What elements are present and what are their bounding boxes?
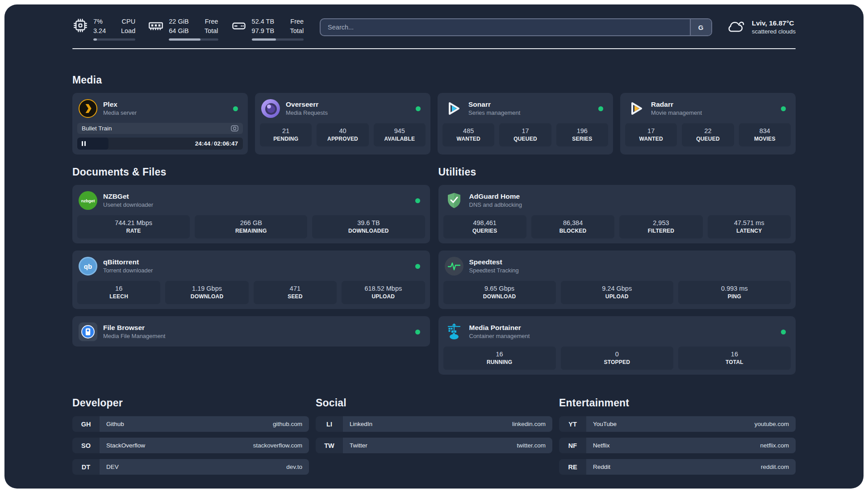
bookmark-name: DEV [106, 464, 119, 470]
service-card-radarr[interactable]: Radarr Movie management 17 WANTED 22 QUE… [620, 93, 796, 155]
section-documents: Documents & Files nzbget NZBGet Usenet d… [72, 166, 430, 375]
service-card-nzbget[interactable]: nzbget NZBGet Usenet downloader 744.21 M… [72, 185, 430, 243]
bookmark-rows: YT YouTube youtube.com NF Netflix netfli… [559, 416, 796, 475]
bookmark-abbr-badge: RE [559, 459, 586, 475]
stat-label: UPLOAD [343, 293, 423, 300]
now-playing-title: Bullet Train [82, 125, 112, 132]
stats-row: 9.65 Gbps DOWNLOAD 9.24 Gbps UPLOAD 0.99… [443, 281, 791, 304]
section-title-documents: Documents & Files [72, 166, 430, 178]
cpu-values: 7%3.24 [93, 17, 106, 36]
card-header: Radarr Movie management [625, 98, 791, 118]
weather-text: Lviv, 16.87°C scattered clouds [752, 19, 796, 35]
online-status-dot [415, 198, 420, 203]
stat-value: 945 [376, 127, 424, 134]
search-input[interactable] [321, 19, 690, 35]
online-status-dot [416, 106, 421, 111]
bookmark-body: StackOverflow stackoverflow.com [100, 438, 309, 453]
stat-value: 40 [318, 127, 367, 134]
bookmark-abbr-badge: LI [316, 416, 343, 432]
service-card-plex[interactable]: Plex Media server Bullet Train 24:44/02:… [72, 93, 248, 155]
stat-tile: 47.571 ms LATENCY [708, 215, 791, 238]
stats-row: 485 WANTED 17 QUEUED 196 SERIES [442, 123, 608, 146]
stat-tile: 498,461 QUERIES [443, 215, 526, 238]
stat-value: 834 [741, 127, 789, 134]
session-settings-icon[interactable] [231, 125, 238, 132]
service-subtitle: Speedtest Tracking [469, 267, 519, 275]
section-title-utilities: Utilities [438, 166, 796, 178]
card-header: nzbget NZBGet Usenet downloader [77, 190, 425, 210]
online-status-dot [781, 106, 786, 111]
stat-label: TOTAL [680, 359, 789, 365]
stat-label: BLOCKED [533, 228, 613, 234]
card-texts: AdGuard Home DNS and adblocking [469, 192, 522, 209]
bookmark-link-linkedin[interactable]: LI LinkedIn linkedin.com [316, 416, 552, 432]
stat-value: 744.21 Mbps [79, 219, 188, 226]
bookmark-body: Github github.com [100, 416, 309, 432]
stat-label: FILTERED [621, 228, 701, 234]
stat-label: PENDING [262, 136, 310, 142]
bookmark-group-social: Social LI LinkedIn linkedin.com TW Twitt… [316, 397, 552, 453]
service-card-sonarr[interactable]: Sonarr Series management 485 WANTED 17 Q… [438, 93, 613, 155]
stats-row: 17 WANTED 22 QUEUED 834 MOVIES [625, 123, 791, 146]
bookmark-abbr-badge: DT [72, 459, 100, 475]
card-header: AdGuard Home DNS and adblocking [443, 190, 791, 210]
stat-label: RUNNING [445, 359, 554, 365]
service-card-overseerr[interactable]: Overseerr Media Requests 21 PENDING 40 A… [255, 93, 430, 155]
bookmark-link-netflix[interactable]: NF Netflix netflix.com [559, 438, 796, 453]
service-name: Media Portainer [469, 323, 530, 332]
bookmark-url: github.com [273, 421, 302, 427]
filebrowser-icon [79, 322, 97, 341]
search-engine-button[interactable]: G [690, 19, 711, 35]
bookmark-group-title: Developer [72, 397, 309, 409]
weather-condition: scattered clouds [752, 28, 796, 35]
disk-labels: FreeTotal [287, 17, 304, 36]
bookmark-link-github[interactable]: GH Github github.com [72, 416, 309, 432]
ram-values: 22 GiB64 GiB [169, 17, 188, 36]
radarr-icon [626, 99, 645, 118]
stat-value: 22 [684, 127, 732, 134]
bookmark-name: Twitter [350, 442, 367, 449]
stat-value: 266 GB [196, 219, 305, 226]
bookmark-body: Reddit reddit.com [586, 459, 796, 475]
stat-label: WANTED [444, 136, 492, 142]
stat-value: 9.65 Gbps [445, 285, 554, 292]
portainer-icon [445, 322, 463, 341]
middle-columns: Documents & Files nzbget NZBGet Usenet d… [72, 166, 796, 375]
stat-value: 21 [262, 127, 310, 134]
stats-row: 16 LEECH 1.19 Gbps DOWNLOAD 471 SEED 618… [77, 281, 425, 304]
bookmark-link-twitter[interactable]: TW Twitter twitter.com [316, 438, 552, 453]
bookmark-link-dev[interactable]: DT DEV dev.to [72, 459, 309, 475]
bookmark-link-reddit[interactable]: RE Reddit reddit.com [559, 459, 796, 475]
bookmark-link-stackoverflow[interactable]: SO StackOverflow stackoverflow.com [72, 438, 309, 453]
card-header: Overseerr Media Requests [260, 98, 426, 118]
now-playing-row: Bullet Train [77, 123, 243, 134]
stat-tile: 2,953 FILTERED [619, 215, 702, 238]
service-card-speedtest[interactable]: Speedtest Speedtest Tracking 9.65 Gbps D… [438, 251, 796, 309]
stat-tile: 266 GB REMAINING [195, 215, 307, 238]
stat-label: LATENCY [709, 228, 789, 234]
ram-progress-bar [169, 38, 218, 41]
stat-value: 39.6 TB [314, 219, 423, 226]
card-header: Media Portainer Container management [443, 321, 791, 342]
bookmark-name: YouTube [593, 421, 617, 427]
bookmark-link-youtube[interactable]: YT YouTube youtube.com [559, 416, 796, 432]
ram-metric-body: 22 GiB64 GiB FreeTotal [169, 17, 218, 41]
service-card-adguard[interactable]: AdGuard Home DNS and adblocking 498,461 … [438, 185, 796, 243]
documents-card-stack: nzbget NZBGet Usenet downloader 744.21 M… [72, 185, 430, 347]
bookmark-abbr-badge: NF [559, 438, 586, 453]
cpu-metric: 7%3.24 CPULoad [72, 17, 135, 41]
ram-icon [148, 17, 164, 33]
service-card-portainer[interactable]: Media Portainer Container management 16 … [438, 316, 796, 375]
card-texts: Speedtest Speedtest Tracking [469, 258, 519, 274]
stat-value: 471 [255, 285, 335, 292]
online-status-dot [598, 106, 603, 111]
playback-time: 24:44/02:06:47 [195, 140, 243, 147]
playback-progress-bar[interactable]: 24:44/02:06:47 [77, 138, 243, 150]
disk-progress-bar [252, 38, 304, 41]
service-card-qbittorrent[interactable]: qb qBittorrent Torrent downloader 16 LEE… [72, 251, 430, 309]
service-card-filebrowser[interactable]: File Browser Media File Management [72, 316, 430, 347]
stats-row: 16 RUNNING 0 STOPPED 16 TOTAL [443, 347, 791, 370]
cpu-metric-body: 7%3.24 CPULoad [93, 17, 135, 41]
qbittorrent-icon: qb [79, 257, 97, 276]
bookmark-url: youtube.com [755, 421, 789, 427]
